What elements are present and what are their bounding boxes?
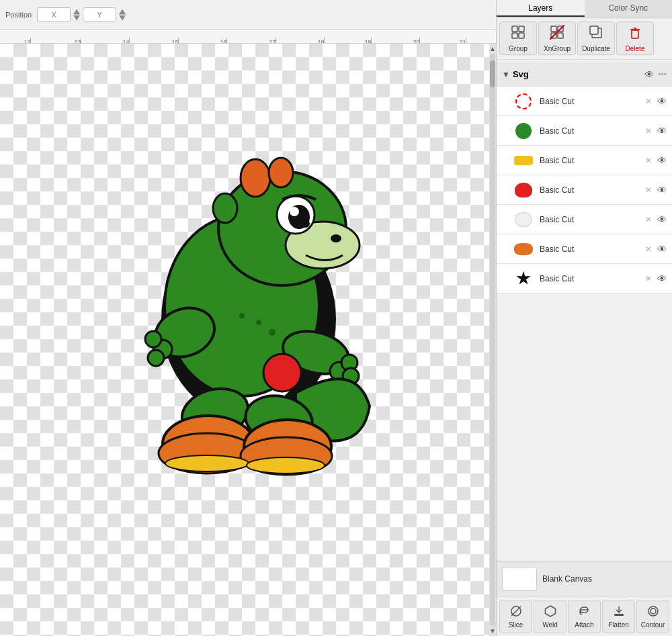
top-toolbar: Position [0,0,496,30]
flatten-icon [613,605,625,620]
blank-canvas-area[interactable]: Blank Canvas [497,561,672,596]
layer-7-eye[interactable]: 👁 [657,273,667,284]
ungroup-button[interactable]: XnGroup [538,21,576,55]
x-up-arrow[interactable] [73,9,80,15]
layer-row[interactable]: Basic Cut ✕ 👁 [497,116,672,146]
svg-point-5 [331,234,341,242]
group-button[interactable]: Group [499,21,537,55]
layer-row[interactable]: Basic Cut ✕ 👁 [497,264,672,293]
layer-1-thumb [513,91,534,112]
tab-layers[interactable]: Layers [497,0,585,17]
design-canvas[interactable] [0,44,496,636]
delete-button[interactable]: Delete [616,21,654,55]
layer-4-thumb [513,179,534,201]
layer-7-swatch [516,271,531,286]
svg-point-15 [145,331,161,347]
layers-list: ▼ Svg 👁 ••• Basic Cut ✕ 👁 Basic Cut ✕ 👁 [497,60,672,561]
canvas-scrollbar[interactable]: ▲ ▼ [489,44,496,636]
layer-row[interactable]: Basic Cut ✕ 👁 [497,175,672,205]
layer-5-thumb [513,209,534,230]
layer-5-close[interactable]: ✕ [645,215,652,224]
layer-3-close[interactable]: ✕ [645,156,652,165]
blank-canvas-label: Blank Canvas [542,574,592,584]
y-down-arrow[interactable] [119,15,126,21]
layer-6-label: Basic Cut [540,244,645,254]
layer-1-close[interactable]: ✕ [645,97,652,106]
panel-bottom-toolbar: Slice Weld Attach Flatten Contour [497,596,672,636]
svg-point-11 [269,158,293,187]
layer-3-swatch [514,156,533,165]
duplicate-icon [589,25,603,43]
slice-button[interactable]: Slice [499,600,532,633]
x-position-input[interactable] [37,7,71,22]
layer-7-close[interactable]: ✕ [645,274,652,283]
y-position-input[interactable] [83,7,116,22]
layer-1-swatch [515,93,532,109]
weld-button[interactable]: Weld [534,600,566,633]
svg-point-52 [650,608,656,614]
layer-4-eye[interactable]: 👁 [657,185,667,195]
svg-point-10 [241,159,270,197]
svg-point-18 [263,354,301,392]
canvas-area: Position 12 13 14 15 16 17 18 19 20 21 [0,0,496,636]
scroll-up-arrow[interactable]: ▲ [489,45,496,52]
layer-2-eye[interactable]: 👁 [657,126,667,136]
layer-6-thumb [513,238,534,260]
svg-rect-40 [558,33,563,38]
svg-marker-49 [545,606,555,617]
svg-point-8 [290,207,299,216]
flatten-button[interactable]: Flatten [602,600,635,633]
x-stepper[interactable] [73,9,80,21]
layer-3-eye[interactable]: 👁 [657,155,667,166]
layer-7-thumb [513,268,534,289]
y-up-arrow[interactable] [119,9,126,15]
svg-group-row[interactable]: ▼ Svg 👁 ••• [497,62,672,87]
layer-1-eye[interactable]: 👁 [657,96,667,107]
tab-color-sync[interactable]: Color Sync [585,0,673,17]
svg-rect-37 [551,26,556,32]
layer-6-close[interactable]: ✕ [645,244,652,254]
svg-rect-34 [519,26,524,32]
layer-3-thumb [513,150,534,171]
scroll-track[interactable] [490,54,495,626]
blank-canvas-thumbnail [502,567,537,591]
svg-group-label: Svg [513,69,645,79]
position-label: Position [5,11,32,19]
svg-point-51 [648,606,658,616]
layer-6-eye[interactable]: 👁 [657,244,667,255]
svg-rect-50 [614,614,624,616]
layer-2-thumb [513,120,534,142]
panel-toolbar: Group XnGroup Duplicate Delete [497,17,672,60]
svg-rect-35 [512,33,517,38]
delete-icon [628,25,642,43]
layer-row[interactable]: Basic Cut ✕ 👁 [497,146,672,175]
y-stepper[interactable] [119,9,126,21]
layer-2-close[interactable]: ✕ [645,126,652,136]
svg-point-28 [165,455,249,471]
layer-5-swatch [515,212,532,227]
layer-row[interactable]: Basic Cut ✕ 👁 [497,234,672,264]
attach-button[interactable]: Attach [568,600,601,633]
attach-icon [579,605,591,620]
svg-point-30 [269,329,276,336]
scroll-down-arrow[interactable]: ▼ [489,627,496,635]
svg-point-16 [148,350,164,366]
svg-point-31 [256,320,261,325]
x-down-arrow[interactable] [73,15,80,21]
svg-point-9 [302,220,310,228]
duplicate-button[interactable]: Duplicate [577,21,615,55]
layer-2-swatch [515,123,532,139]
layer-row[interactable]: Basic Cut ✕ 👁 [497,205,672,234]
layer-row[interactable]: Basic Cut ✕ 👁 [497,87,672,116]
svg-rect-44 [632,30,638,38]
scroll-thumb[interactable] [490,60,495,87]
svg-group-eye[interactable]: 👁 [644,69,654,80]
layer-5-eye[interactable]: 👁 [657,214,667,225]
layer-4-close[interactable]: ✕ [645,185,652,195]
yoshi-image[interactable] [108,124,390,500]
contour-icon [647,605,659,620]
svg-group-chevron[interactable]: ▼ [502,70,510,79]
svg-group-more[interactable]: ••• [658,70,667,79]
layer-4-label: Basic Cut [540,185,645,195]
contour-button[interactable]: Contour [636,600,669,633]
